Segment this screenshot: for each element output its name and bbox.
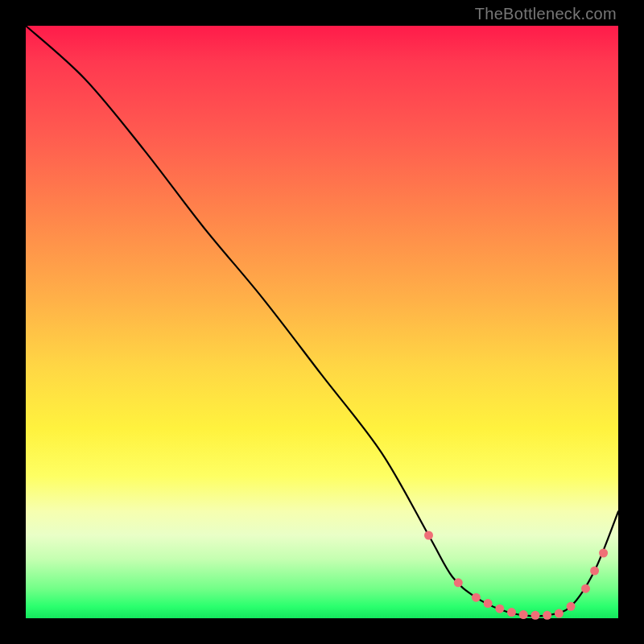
chart-frame: TheBottleneck.com	[0, 0, 644, 644]
curve-marker	[424, 531, 433, 540]
chart-overlay	[26, 26, 618, 618]
curve-marker	[472, 593, 481, 602]
watermark-text: TheBottleneck.com	[475, 5, 617, 23]
bottleneck-curve	[26, 26, 618, 616]
curve-marker	[599, 549, 608, 558]
curve-marker	[495, 605, 504, 613]
curve-marker	[590, 567, 599, 576]
curve-marker	[507, 608, 516, 617]
curve-marker	[581, 584, 590, 593]
curve-marker	[567, 602, 576, 611]
curve-marker	[519, 610, 528, 619]
curve-marker	[543, 611, 551, 620]
curve-marker	[484, 599, 493, 608]
curve-marker	[531, 611, 540, 620]
curve-marker	[555, 609, 564, 618]
curve-marker	[454, 578, 463, 587]
